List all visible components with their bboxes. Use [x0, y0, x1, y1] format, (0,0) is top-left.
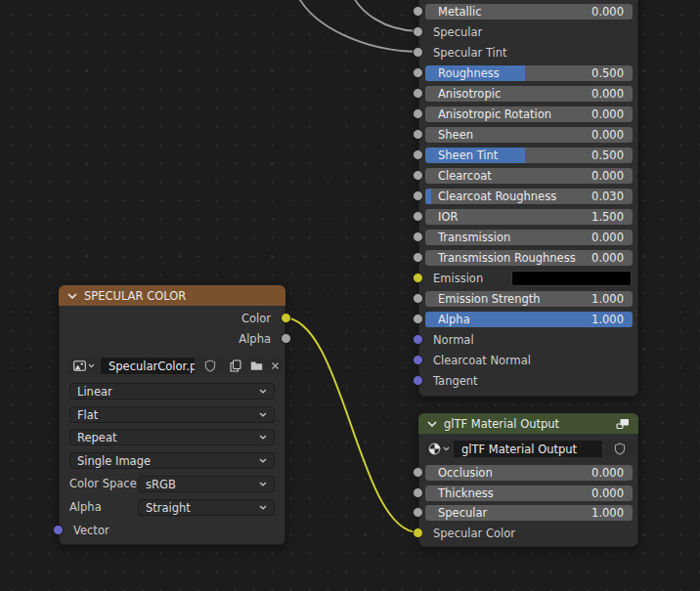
- specular-tint-input-socket[interactable]: [413, 47, 423, 58]
- anisotropic-rotation-value: 0.000: [591, 107, 624, 121]
- occlusion-input-socket[interactable]: [413, 467, 423, 478]
- row-emission: Emission: [419, 271, 637, 286]
- sheen-slider[interactable]: Sheen0.000: [425, 127, 633, 143]
- sheen-tint-input-socket[interactable]: [413, 149, 423, 160]
- sheen-tint-slider[interactable]: Sheen Tint0.500: [425, 148, 633, 163]
- transmission-slider[interactable]: Transmission0.000: [425, 230, 633, 245]
- node-principled-bsdf[interactable]: Metallic0.000SpecularSpecular TintRoughn…: [418, 0, 638, 397]
- occlusion-slider[interactable]: Occlusion0.000: [425, 465, 633, 481]
- anisotropic-rotation-input-socket[interactable]: [413, 108, 423, 119]
- wire-to-specular[interactable]: [349, 0, 418, 31]
- anisotropic-input-socket[interactable]: [413, 88, 423, 99]
- node-tree-name-field[interactable]: glTF Material Output: [454, 441, 602, 457]
- emission-label: Emission: [433, 271, 483, 286]
- image-browse-button[interactable]: [67, 358, 100, 374]
- ior-label: IOR: [438, 210, 591, 224]
- row-clearcoat: Clearcoat0.000: [419, 168, 637, 184]
- node-tree-browse-button[interactable]: [425, 441, 453, 457]
- alpha-output-socket[interactable]: [281, 333, 291, 344]
- row-normal: Normal: [419, 332, 637, 348]
- normal-label: Normal: [433, 332, 474, 348]
- row-sheen-tint: Sheen Tint0.500: [419, 148, 637, 163]
- specular-input-socket[interactable]: [413, 507, 423, 518]
- thickness-slider[interactable]: Thickness0.000: [425, 485, 633, 501]
- extension-select[interactable]: Repeat: [69, 429, 275, 445]
- anisotropic-rotation-label: Anisotropic Rotation: [438, 107, 591, 121]
- clearcoat-roughness-value: 0.030: [591, 190, 624, 203]
- image-name-field[interactable]: SpecularColor.png: [101, 358, 195, 374]
- color-output-socket[interactable]: [281, 313, 291, 323]
- anisotropic-rotation-slider[interactable]: Anisotropic Rotation0.000: [425, 106, 633, 122]
- row-thickness: Thickness0.000: [419, 485, 637, 501]
- anisotropic-slider[interactable]: Anisotropic0.000: [425, 86, 633, 102]
- transmission-input-socket[interactable]: [413, 232, 423, 242]
- emission-color-swatch[interactable]: [511, 271, 632, 286]
- node-editor-canvas[interactable]: Metallic0.000SpecularSpecular TintRoughn…: [0, 0, 700, 591]
- row-specular-color: Specular Color: [419, 526, 637, 541]
- color-space-value: sRGB: [146, 478, 176, 491]
- roughness-input-socket[interactable]: [413, 67, 423, 78]
- tangent-input-socket[interactable]: [413, 375, 423, 386]
- clearcoat-input-socket[interactable]: [413, 170, 423, 181]
- color-space-label: Color Space: [69, 476, 137, 492]
- wire-to-specular-tint[interactable]: [294, 0, 418, 52]
- normal-input-socket[interactable]: [413, 334, 423, 345]
- copy-image-button[interactable]: [225, 358, 245, 374]
- projection-select[interactable]: Flat: [69, 406, 275, 423]
- transmission-roughness-input-socket[interactable]: [413, 252, 423, 263]
- transmission-roughness-value: 0.000: [591, 251, 624, 265]
- clearcoat-roughness-slider[interactable]: Clearcoat Roughness0.030: [425, 189, 633, 204]
- clearcoat-roughness-label: Clearcoat Roughness: [438, 190, 591, 203]
- row-metallic: Metallic0.000: [419, 4, 637, 20]
- clearcoat-label: Clearcoat: [438, 169, 591, 183]
- collapse-chevron-icon[interactable]: [427, 421, 437, 427]
- unlink-image-button[interactable]: [268, 358, 282, 374]
- projection-value: Flat: [77, 408, 98, 422]
- specular-label: Specular: [438, 506, 591, 520]
- alpha-slider[interactable]: Alpha1.000: [425, 312, 633, 327]
- collapse-chevron-icon[interactable]: [67, 293, 77, 299]
- interpolation-select[interactable]: Linear: [69, 383, 275, 400]
- clearcoat-normal-input-socket[interactable]: [413, 355, 423, 365]
- clearcoat-roughness-input-socket[interactable]: [413, 190, 423, 201]
- wire-specular-color[interactable]: [284, 317, 418, 532]
- source-select[interactable]: Single Image: [69, 452, 275, 469]
- transmission-roughness-slider[interactable]: Transmission Roughness0.000: [425, 250, 633, 266]
- specular-label: Specular: [433, 24, 482, 40]
- emission-strength-input-socket[interactable]: [413, 293, 423, 304]
- sheen-input-socket[interactable]: [413, 129, 423, 140]
- sheen-label: Sheen: [438, 128, 591, 142]
- metallic-slider[interactable]: Metallic0.000: [425, 4, 633, 20]
- input-label-vector: Vector: [73, 523, 109, 538]
- anisotropic-value: 0.000: [591, 87, 624, 101]
- color-space-select[interactable]: sRGB: [138, 476, 275, 492]
- clearcoat-slider[interactable]: Clearcoat0.000: [425, 168, 633, 184]
- chevron-down-icon: [259, 458, 267, 463]
- specular-color-input-socket[interactable]: [413, 528, 423, 538]
- specular-input-socket[interactable]: [413, 26, 423, 37]
- node-specular-color-texture[interactable]: SPECULAR COLOR Color Alpha SpecularColor…: [59, 285, 285, 545]
- node-header-gltf[interactable]: glTF Material Output: [418, 413, 638, 434]
- vector-input-socket[interactable]: [53, 525, 64, 535]
- emission-strength-slider[interactable]: Emission Strength1.000: [425, 291, 633, 307]
- alpha-mode-value: Straight: [146, 501, 191, 515]
- roughness-slider[interactable]: Roughness0.500: [425, 65, 633, 81]
- open-image-button[interactable]: [246, 358, 267, 374]
- node-gltf-material-output[interactable]: glTF Material Output glTF Material Outpu…: [418, 413, 638, 547]
- anisotropic-label: Anisotropic: [438, 87, 591, 101]
- specular-slider[interactable]: Specular1.000: [425, 505, 633, 521]
- alpha-mode-select[interactable]: Straight: [138, 499, 275, 516]
- specular-tint-label: Specular Tint: [433, 45, 507, 61]
- emission-input-socket[interactable]: [413, 273, 423, 283]
- chevron-down-icon: [259, 412, 267, 417]
- fake-user-button[interactable]: [196, 358, 224, 374]
- metallic-input-socket[interactable]: [413, 6, 423, 17]
- thickness-input-socket[interactable]: [413, 487, 423, 498]
- fake-user-button[interactable]: [605, 441, 634, 457]
- ior-slider[interactable]: IOR1.500: [425, 209, 633, 225]
- alpha-input-socket[interactable]: [413, 314, 423, 324]
- ior-input-socket[interactable]: [413, 211, 423, 222]
- metallic-label: Metallic: [438, 5, 591, 19]
- node-header-specular-color[interactable]: SPECULAR COLOR: [59, 285, 285, 306]
- roughness-value: 0.500: [591, 66, 624, 80]
